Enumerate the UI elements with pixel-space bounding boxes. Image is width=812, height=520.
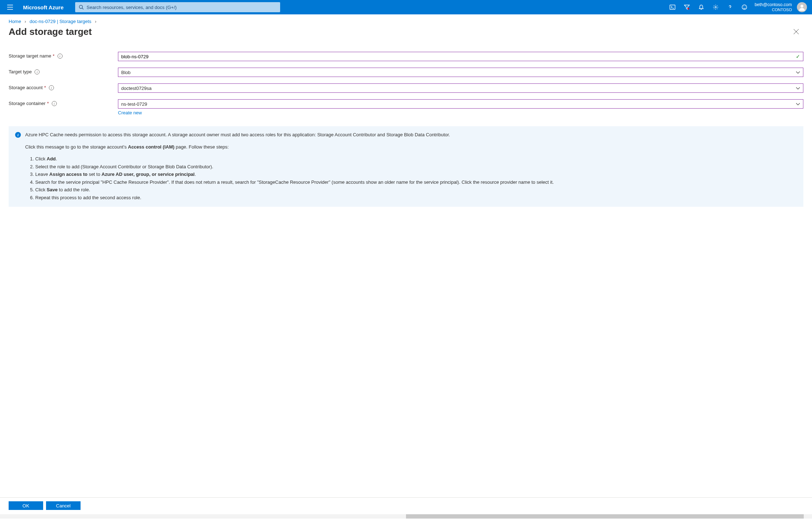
info-icon[interactable]: i — [58, 54, 63, 59]
container-label: Storage container — [9, 101, 46, 106]
search-input[interactable] — [87, 5, 277, 10]
check-icon: ✓ — [796, 54, 800, 59]
required-star: * — [47, 101, 49, 106]
filter-icon[interactable] — [680, 0, 694, 14]
required-star: * — [53, 53, 55, 59]
info-icon[interactable]: i — [35, 69, 40, 74]
svg-point-10 — [730, 9, 730, 9]
breadcrumb: Home › doc-ns-0729 | Storage targets › — [9, 19, 803, 24]
type-label: Target type — [9, 69, 32, 74]
chevron-down-icon — [796, 101, 800, 107]
svg-line-4 — [82, 8, 83, 10]
help-icon[interactable] — [723, 0, 737, 14]
info-box[interactable]: i Azure HPC Cache needs permission to ac… — [9, 126, 803, 207]
top-bar: Microsoft Azure beth@contoso.com CONTOSO — [0, 0, 812, 14]
svg-point-9 — [715, 6, 716, 8]
svg-rect-5 — [670, 5, 675, 10]
page-title: Add storage target — [9, 26, 92, 37]
info-circle-icon: i — [15, 132, 21, 138]
avatar[interactable] — [797, 2, 807, 12]
hamburger-menu-button[interactable] — [3, 0, 17, 14]
account-select[interactable]: doctest0729sa — [118, 83, 803, 93]
required-star: * — [44, 85, 46, 90]
info-icon[interactable]: i — [49, 85, 54, 90]
info-icon[interactable]: i — [52, 101, 57, 106]
feedback-icon[interactable] — [737, 0, 752, 14]
close-button[interactable] — [792, 27, 800, 37]
svg-point-14 — [800, 5, 803, 8]
name-input[interactable] — [121, 54, 800, 59]
svg-point-13 — [745, 6, 745, 7]
notifications-icon[interactable] — [694, 0, 708, 14]
svg-point-3 — [79, 5, 82, 9]
brand-label[interactable]: Microsoft Azure — [17, 4, 69, 10]
global-search[interactable] — [75, 2, 280, 12]
container-select[interactable]: ns-test-0729 — [118, 99, 803, 109]
info-steps: Click Add. Select the role to add (Stora… — [25, 155, 554, 201]
breadcrumb-current[interactable]: doc-ns-0729 | Storage targets — [29, 19, 91, 24]
chevron-down-icon — [796, 86, 800, 91]
info-intro: Azure HPC Cache needs permission to acce… — [25, 131, 554, 138]
name-label: Storage target name — [9, 53, 51, 59]
svg-point-8 — [688, 8, 689, 10]
name-input-wrap[interactable]: ✓ — [118, 52, 803, 61]
breadcrumb-home[interactable]: Home — [9, 19, 21, 24]
cloud-shell-icon[interactable] — [665, 0, 680, 14]
directory-label: CONTOSO — [754, 8, 792, 12]
svg-point-12 — [743, 6, 744, 7]
svg-point-11 — [742, 5, 747, 10]
user-email: beth@contoso.com — [754, 2, 792, 7]
create-new-link[interactable]: Create new — [118, 110, 142, 115]
chevron-down-icon — [796, 70, 800, 75]
account-block[interactable]: beth@contoso.com CONTOSO — [752, 2, 795, 12]
account-label: Storage account — [9, 85, 43, 90]
type-select[interactable]: Blob — [118, 68, 803, 77]
settings-icon[interactable] — [708, 0, 723, 14]
info-lead: Click this message to go to the storage … — [25, 143, 554, 151]
